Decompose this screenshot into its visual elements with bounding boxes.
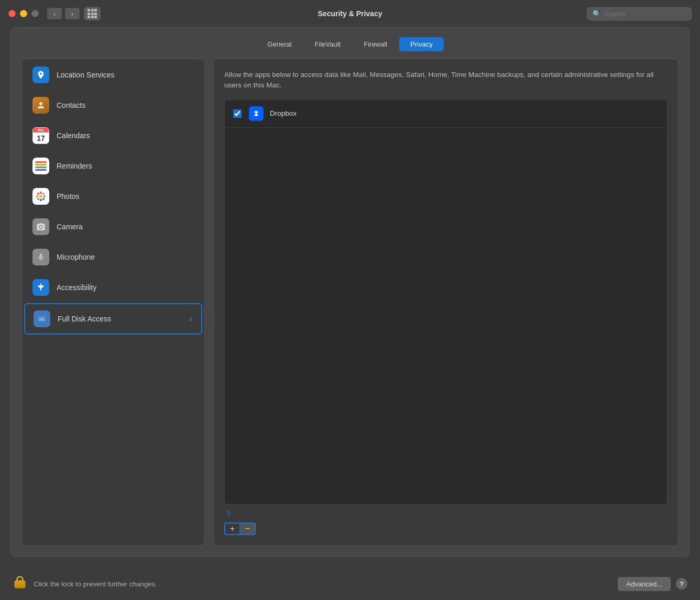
bottom-bar: Click the lock to prevent further change… [0, 568, 700, 600]
add-app-button[interactable]: + [224, 523, 240, 535]
svg-rect-11 [38, 316, 46, 318]
search-icon: 🔍 [593, 10, 601, 18]
full-disk-badge: 4 [189, 315, 193, 323]
back-button[interactable]: ‹ [47, 8, 62, 19]
panel-description: Allow the apps below to access data like… [224, 70, 668, 91]
app-item-dropbox[interactable]: Dropbox [225, 100, 667, 128]
accessibility-icon [32, 279, 49, 296]
main-window: General FileVault Firewall Privacy Locat… [10, 27, 690, 557]
grid-icon [88, 9, 97, 18]
forward-button[interactable]: › [65, 8, 80, 19]
sidebar[interactable]: Location Services Contacts JUL 17 [21, 59, 205, 546]
sidebar-item-label-camera: Camera [57, 223, 83, 231]
reminders-icon [32, 158, 49, 174]
location-icon [32, 66, 49, 83]
svg-point-6 [42, 193, 45, 195]
titlebar: ‹ › Security & Privacy 🔍 [0, 0, 700, 27]
full-disk-icon [34, 310, 50, 327]
sidebar-item-microphone[interactable]: Microphone [24, 242, 202, 272]
photos-icon [32, 188, 49, 205]
tab-firewall[interactable]: Firewall [353, 37, 398, 51]
sidebar-item-label-full-disk-access: Full Disk Access [58, 315, 111, 323]
tab-general[interactable]: General [256, 37, 302, 51]
window-title: Security & Privacy [318, 9, 382, 18]
svg-point-12 [41, 319, 43, 320]
app-name-dropbox: Dropbox [270, 109, 297, 117]
sidebar-item-label-microphone: Microphone [57, 253, 95, 261]
sidebar-item-label-accessibility: Accessibility [57, 283, 96, 292]
sidebar-item-reminders[interactable]: Reminders [24, 151, 202, 181]
svg-point-4 [43, 195, 46, 197]
tab-filevault[interactable]: FileVault [304, 37, 352, 51]
grid-view-button[interactable] [84, 7, 101, 20]
lock-icon[interactable] [13, 575, 27, 593]
content-area: Location Services Contacts JUL 17 [11, 59, 689, 557]
sidebar-item-calendars[interactable]: JUL 17 Calendars [24, 121, 202, 150]
sidebar-item-location-services[interactable]: Location Services [24, 60, 202, 90]
search-input[interactable] [604, 10, 686, 18]
svg-point-8 [42, 198, 45, 200]
dropbox-checkbox[interactable] [233, 109, 242, 118]
lock-body [14, 580, 26, 588]
microphone-icon [32, 249, 49, 265]
advanced-button[interactable]: Advanced... [618, 577, 671, 591]
close-button[interactable] [8, 10, 16, 17]
nav-buttons: ‹ › [47, 8, 80, 19]
sidebar-item-camera[interactable]: Camera [24, 212, 202, 241]
minimize-button[interactable] [20, 10, 27, 17]
lock-text: Click the lock to prevent further change… [34, 580, 618, 588]
sidebar-item-full-disk-access[interactable]: Full Disk Access 4 [24, 303, 202, 335]
sidebar-item-label-reminders: Reminders [57, 162, 92, 170]
sidebar-item-label-location-services: Location Services [57, 71, 115, 79]
right-panel: Allow the apps below to access data like… [213, 59, 679, 546]
remove-app-button[interactable]: − [240, 523, 256, 535]
svg-point-3 [36, 195, 38, 197]
zoom-button[interactable] [31, 10, 39, 17]
help-button[interactable]: ? [676, 578, 687, 590]
camera-icon [32, 218, 49, 235]
svg-point-0 [39, 195, 42, 198]
sidebar-item-label-contacts: Contacts [57, 101, 85, 109]
svg-point-9 [40, 284, 42, 285]
lock-shackle [16, 576, 24, 581]
svg-point-2 [40, 199, 42, 201]
calendars-icon: JUL 17 [32, 127, 49, 144]
dropbox-icon [249, 106, 264, 121]
sidebar-item-label-calendars: Calendars [57, 131, 90, 140]
tabs-bar: General FileVault Firewall Privacy [11, 28, 689, 59]
traffic-lights [8, 10, 39, 17]
tab-privacy[interactable]: Privacy [399, 37, 444, 51]
sidebar-item-accessibility[interactable]: Accessibility [24, 273, 202, 302]
sidebar-item-label-photos: Photos [57, 192, 80, 201]
scroll-indicator: 5 [224, 507, 231, 518]
contacts-icon [32, 97, 49, 114]
search-bar[interactable]: 🔍 [587, 7, 692, 20]
svg-point-5 [37, 193, 39, 195]
svg-point-7 [37, 198, 39, 200]
list-actions: + − [224, 523, 256, 535]
sidebar-item-photos[interactable]: Photos [24, 182, 202, 211]
apps-list[interactable]: Dropbox [224, 99, 668, 505]
sidebar-item-contacts[interactable]: Contacts [24, 91, 202, 120]
svg-point-1 [40, 192, 42, 194]
